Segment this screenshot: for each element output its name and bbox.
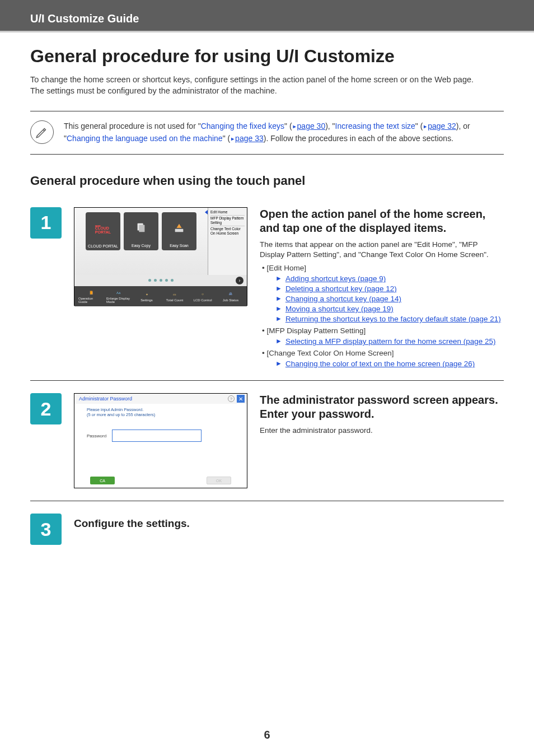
bottom-settings[interactable]: ✦Settings	[134, 290, 159, 302]
note-t2: " (	[284, 122, 292, 130]
close-icon[interactable]: ✕	[237, 395, 245, 403]
bottom-label: Operation Guide	[78, 297, 103, 304]
note-text: This general procedure is not used for "…	[64, 120, 504, 144]
triangle-icon: ►	[275, 305, 282, 313]
note-t1: This general procedure is not used for "	[64, 122, 201, 130]
tile-easy-scan[interactable]: Easy Scan	[162, 212, 196, 250]
step-2-body: Enter the administrator password.	[260, 426, 504, 436]
password-input[interactable]	[112, 430, 202, 442]
step-1-heading: Open the action panel of the home screen…	[260, 207, 504, 235]
help-icon[interactable]: ?	[228, 395, 235, 402]
action-item-text-color[interactable]: Change Text Color On Home Screen	[210, 226, 245, 236]
mfp-home-screen-mock: ▂▂CLOUDPORTAL CLOUD PORTAL Easy Copy Eas…	[74, 207, 247, 306]
link-deleting-shortcut[interactable]: Deleting a shortcut key (page 12)	[285, 284, 397, 293]
pager-next-icon[interactable]: ›	[236, 277, 243, 284]
step-1-text: Open the action panel of the home screen…	[260, 207, 504, 368]
note-t4: " (	[415, 122, 423, 130]
ok-button[interactable]: OK	[207, 477, 231, 484]
step-1-image: ▂▂CLOUDPORTAL CLOUD PORTAL Easy Copy Eas…	[74, 207, 247, 306]
bottom-operation-guide[interactable]: 📙Operation Guide	[78, 288, 103, 304]
tile-cloud-portal[interactable]: ▂▂CLOUDPORTAL CLOUD PORTAL	[86, 212, 120, 250]
step-1-body: The items that appear on the action pane…	[260, 240, 504, 261]
scan-icon	[173, 212, 185, 244]
note-link-page30[interactable]: page 30	[297, 122, 326, 130]
pager: ›	[74, 275, 247, 286]
step-1-bullets: • [Edit Home] ►Adding shortcut keys (pag…	[260, 263, 504, 368]
counter-icon: ▭	[170, 290, 180, 298]
note-box: This general procedure is not used for "…	[30, 111, 504, 154]
bottom-bar: 📙Operation Guide AᴀEnlarge Display Mode …	[74, 286, 247, 306]
tile-easy-copy[interactable]: Easy Copy	[124, 212, 158, 250]
breadcrumb: U/I Customize Guide	[30, 12, 139, 25]
link-text-color[interactable]: Changing the color of text on the home s…	[285, 360, 475, 368]
link-display-pattern[interactable]: Selecting a MFP display pattern for the …	[285, 337, 496, 346]
step-3-heading: Configure the settings.	[74, 517, 504, 530]
pw-note-line1: Please input Admin Password.	[87, 407, 247, 412]
bottom-label: LCD Control	[193, 298, 212, 302]
triangle-icon: ►	[230, 136, 235, 142]
pw-note-line2: (5 or more and up to 255 characters)	[87, 412, 247, 417]
step-2-image: Administrator Password ? ✕ Please input …	[74, 393, 247, 488]
triangle-icon: ►	[275, 360, 282, 368]
printer-icon: 🖶	[226, 290, 236, 298]
pw-instruction: Please input Admin Password. (5 or more …	[74, 404, 247, 417]
svg-rect-1	[139, 225, 144, 232]
ca-button[interactable]: CA	[90, 477, 115, 484]
note-link-text-size[interactable]: Increasing the text size	[335, 122, 415, 130]
step-2: 2 Administrator Password ? ✕ Please inpu…	[30, 380, 504, 488]
note-t3: ), "	[325, 122, 335, 130]
copy-icon	[135, 212, 147, 244]
step-3: 3 Configure the settings.	[30, 501, 504, 545]
section-title: General procedure when using the touch p…	[30, 174, 504, 188]
header-bar: U/I Customize Guide	[0, 0, 534, 32]
page-title: General procedure for using U/I Customiz…	[30, 46, 504, 67]
page-content: General procedure for using U/I Customiz…	[0, 32, 534, 545]
triangle-icon: ►	[275, 315, 282, 323]
intro-text: To change the home screen or shortcut ke…	[30, 74, 504, 96]
bottom-lcd[interactable]: ☼LCD Control	[190, 290, 215, 302]
note-link-page33[interactable]: page 33	[235, 134, 264, 143]
step-3-text: Configure the settings.	[74, 514, 504, 535]
link-moving-shortcut[interactable]: Moving a shortcut key (page 19)	[285, 305, 394, 313]
step-number-2: 2	[30, 393, 62, 424]
svg-rect-2	[175, 228, 184, 232]
triangle-icon: ►	[275, 295, 282, 303]
action-item-display-pattern[interactable]: MFP Display Pattern Setting	[210, 216, 245, 226]
bullet-display-pattern: • [MFP Display Pattern Setting]	[262, 326, 366, 335]
note-link-fixed-keys[interactable]: Changing the fixed keys	[201, 122, 284, 130]
bottom-label: Job Status	[223, 298, 238, 302]
bottom-label: Enlarge Display Mode	[106, 297, 131, 304]
tile-label: Easy Copy	[132, 244, 151, 248]
triangle-icon: ►	[292, 124, 297, 129]
admin-password-mock: Administrator Password ? ✕ Please input …	[74, 393, 247, 488]
note-link-language[interactable]: Changing the language used on the machin…	[67, 134, 223, 143]
action-panel-list[interactable]: Edit Home MFP Display Pattern Setting Ch…	[208, 208, 247, 275]
triangle-icon: ►	[275, 284, 282, 293]
triangle-icon: ►	[423, 124, 428, 129]
enlarge-icon: Aᴀ	[114, 288, 124, 296]
action-item-edit-home[interactable]: Edit Home	[210, 210, 245, 216]
settings-icon: ✦	[142, 290, 152, 298]
link-factory-default[interactable]: Returning the shortcut keys to the facto…	[285, 315, 501, 323]
step-number-3: 3	[30, 514, 62, 545]
bullet-edit-home: • [Edit Home]	[262, 264, 306, 272]
link-changing-shortcut[interactable]: Changing a shortcut key (page 14)	[285, 295, 401, 303]
bullet-text-color: • [Change Text Color On Home Screen]	[262, 349, 394, 357]
link-adding-shortcut[interactable]: Adding shortcut keys (page 9)	[285, 274, 386, 283]
note-link-page32[interactable]: page 32	[428, 122, 456, 130]
pw-label: Password	[87, 433, 106, 438]
pw-title: Administrator Password	[77, 396, 132, 402]
triangle-icon: ►	[275, 337, 282, 346]
bottom-total-count[interactable]: ▭Total Count	[162, 290, 187, 302]
tile-label: Easy Scan	[170, 244, 188, 248]
pager-dot	[148, 279, 151, 282]
pager-dot	[171, 279, 174, 282]
bottom-enlarge[interactable]: AᴀEnlarge Display Mode	[106, 288, 131, 304]
brightness-icon: ☼	[198, 290, 208, 298]
step-number-1: 1	[30, 207, 62, 239]
bottom-job-status[interactable]: 🖶Job Status	[218, 290, 243, 302]
book-icon: 📙	[86, 288, 96, 296]
step-1: 1 ▂▂CLOUDPORTAL CLOUD PORTAL Easy Copy	[30, 200, 504, 368]
pager-dot	[160, 279, 162, 282]
note-t6: " (	[223, 134, 231, 143]
